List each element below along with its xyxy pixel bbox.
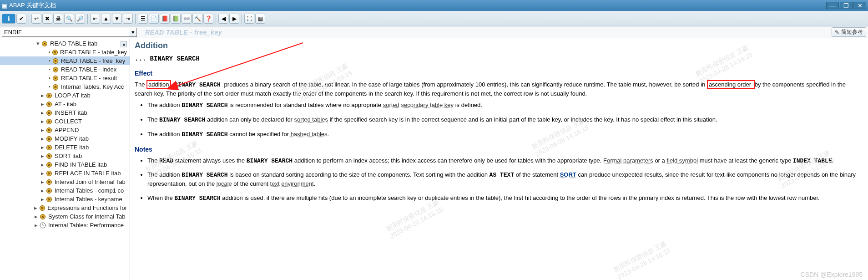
search-dropdown-button[interactable]: ▾	[129, 28, 137, 37]
expand-icon[interactable]: ▸	[39, 144, 45, 151]
link-formal-parameters[interactable]: Formal parameters	[603, 157, 653, 164]
toolbar-sep	[87, 14, 88, 24]
nav-right-button[interactable]: ▶	[229, 14, 239, 24]
breadcrumb: READ TABLE - free_key	[145, 29, 832, 36]
print-button[interactable]: 🖶	[53, 14, 63, 24]
tree-node-key-acc[interactable]: • Internal Tables, Key Acc	[0, 82, 130, 91]
tree-node-free-key[interactable]: • READ TABLE - free_key	[0, 56, 130, 65]
fullscreen-button[interactable]: ⛶	[244, 14, 254, 24]
tree-node[interactable]: ▸ System Class for Internal Tab	[0, 212, 130, 221]
link-locale[interactable]: locale	[217, 180, 232, 187]
expand-icon[interactable]: ▸	[39, 127, 45, 133]
tree-node[interactable]: ▸ DELETE itab	[0, 143, 130, 152]
tree-node[interactable]: ▸ APPEND	[0, 126, 130, 134]
page-down-button[interactable]: ▼	[112, 14, 122, 24]
notes-bullet: When the BINARY SEARCH addition is used,…	[147, 194, 863, 203]
book2-button[interactable]: 📗	[171, 14, 181, 24]
glasses-button[interactable]: 👓	[182, 14, 192, 24]
tree-node[interactable]: ▸ FIND IN TABLE itab	[0, 160, 130, 169]
new-button[interactable]: 📄	[149, 14, 159, 24]
expand-icon[interactable]: ▸	[39, 196, 45, 203]
search-row: ▾ READ TABLE - free_key ✎ 简短参考	[0, 26, 868, 38]
restore-button[interactable]: ❐	[840, 2, 853, 9]
expand-icon[interactable]: ▸	[33, 222, 39, 229]
tree-label: Internal Tables: Performance	[48, 222, 124, 229]
expand-icon[interactable]: ▸	[39, 178, 45, 185]
bullet-icon: •	[47, 84, 52, 89]
link-secondary-table-key[interactable]: secondary table key	[401, 102, 454, 108]
effect-bullets: The addition BINARY SEARCH is recommende…	[147, 101, 863, 139]
reflink-label: 简短参考	[841, 28, 863, 36]
nav-left-button[interactable]: ◀	[218, 14, 228, 24]
page-up-button[interactable]: ▲	[101, 14, 111, 24]
expand-icon[interactable]: ▸	[39, 187, 45, 194]
tree-node[interactable]: ▸ INSERT itab	[0, 108, 130, 117]
link-sorted-tables[interactable]: sorted tables	[294, 116, 328, 123]
tree-node[interactable]: ▸ SORT itab	[0, 152, 130, 160]
tree-node[interactable]: ▸ MODIFY itab	[0, 134, 130, 143]
cancel-button[interactable]: ✖	[42, 14, 52, 24]
tree-node-index[interactable]: • READ TABLE - index	[0, 65, 130, 74]
tree-node[interactable]: ▸ Expressions and Functions for	[0, 204, 130, 212]
tree-node[interactable]: ▸ AT - itab	[0, 100, 130, 108]
minimize-button[interactable]: —	[826, 2, 839, 9]
tree-node-read-table-itab[interactable]: ▾ READ TABLE itab ▴	[0, 39, 130, 48]
page-last-button[interactable]: ⇥	[123, 14, 133, 24]
tree-node[interactable]: ▸ Interval Join of Internal Tab	[0, 178, 130, 186]
close-button[interactable]: ✕	[853, 2, 866, 9]
heading-addition: Addition	[135, 41, 863, 51]
code-binary-search: BINARY SEARCH	[171, 81, 224, 88]
tree-node-table-key[interactable]: • READ TABLE - table_key	[0, 48, 130, 56]
search-input[interactable]	[2, 28, 129, 37]
check-button[interactable]: ✔	[16, 14, 26, 24]
collapse-icon[interactable]: ▾	[35, 40, 41, 47]
expand-icon[interactable]: ▸	[39, 92, 45, 99]
expand-icon[interactable]: ▸	[39, 170, 45, 177]
expand-icon[interactable]: ▸	[39, 153, 45, 159]
help-button[interactable]: ❓	[203, 14, 213, 24]
tree-node-result[interactable]: • READ TABLE - result	[0, 74, 130, 82]
back-button[interactable]: ↩	[31, 14, 41, 24]
book1-button[interactable]: 📕	[160, 14, 170, 24]
tree-node[interactable]: ▸ LOOP AT itab	[0, 91, 130, 100]
expand-icon[interactable]: ▸	[39, 161, 45, 168]
overview-button[interactable]: ▦	[255, 14, 265, 24]
layout-button[interactable]: ☰	[138, 14, 148, 24]
link-field-symbol[interactable]: field symbol	[666, 157, 698, 164]
link-text-environment[interactable]: text environment	[270, 180, 314, 187]
effect-paragraph: The addition BINARY SEARCH produces a bi…	[135, 81, 863, 98]
expand-icon[interactable]: ▸	[33, 213, 39, 220]
heading-notes: Notes	[135, 146, 863, 153]
link-hashed-tables[interactable]: hashed tables	[291, 131, 328, 137]
link-sort[interactable]: SORT	[560, 171, 576, 178]
app-title: ABAP 关键字文档	[9, 1, 56, 10]
folder-icon	[45, 109, 53, 117]
titlebar: ▣ ABAP 关键字文档 — ❐ ✕	[0, 0, 868, 11]
find-button[interactable]: 🔍	[64, 14, 74, 24]
findnext-button[interactable]: 🔎	[75, 14, 85, 24]
scroll-up-icon[interactable]: ▴	[121, 41, 127, 47]
tree-node[interactable]: ▸ REPLACE IN TABLE itab	[0, 169, 130, 178]
menu-button[interactable]: ℹ	[2, 14, 15, 24]
folder-icon	[45, 101, 53, 108]
expand-icon[interactable]: ▸	[39, 101, 45, 107]
tree-label: Internal Tables - keyname	[55, 196, 122, 203]
tree-node[interactable]: ▸ Internal Tables - keyname	[0, 195, 130, 204]
expand-icon[interactable]: ▸	[39, 109, 45, 116]
doc-icon	[52, 66, 59, 73]
tree-node[interactable]: ▸ COLLECT	[0, 117, 130, 126]
code-keyword: BINARY SEARCH	[150, 55, 200, 62]
expand-icon[interactable]: ▸	[39, 135, 45, 142]
wand-icon: ✎	[835, 29, 839, 36]
link-sorted[interactable]: sorted	[383, 102, 399, 108]
tool-button[interactable]: 🔨	[192, 14, 202, 24]
expand-icon[interactable]: ▸	[39, 118, 45, 125]
expand-icon[interactable]: ▸	[33, 204, 39, 211]
page-first-button[interactable]: ⇤	[90, 14, 100, 24]
short-reference-link[interactable]: ✎ 简短参考	[832, 27, 866, 37]
tree-node[interactable]: ▸ Internal Tables - comp1 co	[0, 186, 130, 195]
toolbar-sep	[242, 14, 242, 24]
bullet-icon: •	[47, 50, 51, 55]
tree-node[interactable]: ▸ Internal Tables: Performance	[0, 221, 130, 229]
heading-effect: Effect	[135, 70, 863, 77]
